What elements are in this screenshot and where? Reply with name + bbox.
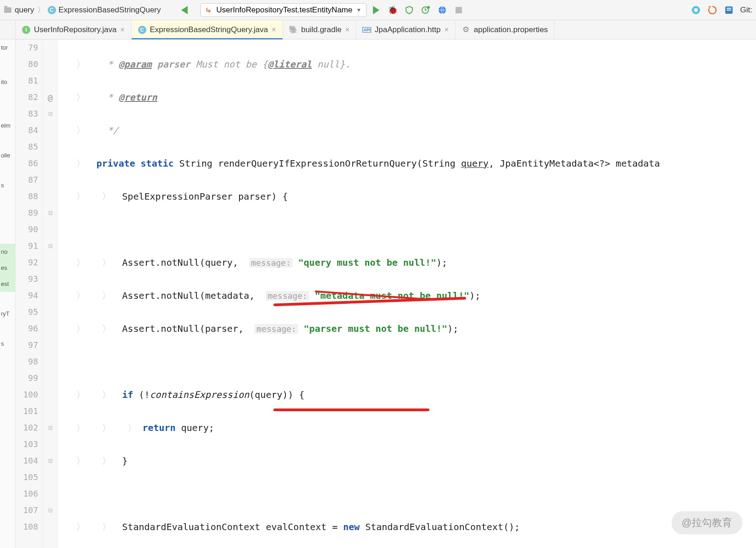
line-number[interactable]: 105 [16,469,38,486]
gutter-marker[interactable] [43,254,57,271]
line-number[interactable]: 98 [16,353,38,370]
line-number[interactable]: 91 [16,238,38,254]
gutter-marker[interactable] [43,39,57,56]
gutter-marker[interactable] [43,436,57,453]
strip-item[interactable]: ryT [0,306,15,322]
gutter-marker[interactable]: ⊟ [43,502,57,519]
tab-build-gradle[interactable]: 🐘 build.gradle × [283,20,356,39]
line-number[interactable]: 96 [16,320,38,337]
gutter-marker[interactable] [43,122,57,139]
line-number[interactable]: 89 [16,205,38,221]
line-number[interactable]: 103 [16,436,38,453]
line-number[interactable]: 81 [16,73,38,89]
gutter-marker[interactable]: @ [43,89,57,106]
strip-item[interactable]: est [0,276,15,292]
gutter-marker[interactable] [43,519,57,535]
gutter-marker[interactable]: ⊟ [43,238,57,254]
attach-button[interactable] [435,3,449,17]
gutter-marker[interactable] [43,221,57,238]
line-number[interactable]: 85 [16,139,38,155]
gutter-marker[interactable] [43,188,57,205]
gutter-marker[interactable] [43,56,57,73]
gutter-marker[interactable] [43,469,57,486]
tool-icon-1[interactable] [689,3,703,17]
profile-button[interactable] [419,3,433,17]
strip-item[interactable]: s [0,336,15,352]
gutter-marker[interactable] [43,155,57,172]
gutter-marker[interactable]: ⊟ [43,419,57,436]
strip-item[interactable]: elm [0,117,15,134]
tab-userinfo-repository[interactable]: I UserInfoRepository.java × [16,20,132,39]
line-number[interactable]: 99 [16,370,38,386]
gutter-marker[interactable]: ⊟ [43,106,57,122]
strip-item[interactable]: tor [0,39,15,56]
line-number[interactable]: 84 [16,122,38,139]
line-number[interactable]: 92 [16,254,38,271]
line-number[interactable]: 83 [16,106,38,122]
run-button[interactable] [369,3,383,17]
gutter-marker[interactable] [43,370,57,386]
gutter-marker[interactable] [43,337,57,353]
strip-item[interactable]: es [0,260,15,276]
gutter-marker[interactable] [43,353,57,370]
line-number[interactable]: 106 [16,486,38,502]
gutter-marker[interactable] [43,320,57,337]
gutter-marker[interactable] [43,386,57,403]
line-number[interactable]: 100 [16,386,38,403]
close-icon[interactable]: × [120,26,124,34]
line-number[interactable]: 97 [16,337,38,353]
tab-expression-based-string-query[interactable]: C ExpressionBasedStringQuery.java × [132,20,283,39]
line-number[interactable]: 88 [16,188,38,205]
line-number[interactable]: 102 [16,419,38,436]
breadcrumb-class[interactable]: ExpressionBasedStringQuery [59,6,161,15]
gutter-marker[interactable] [43,287,57,304]
strip-item[interactable]: ito [0,74,15,90]
gutter-marker[interactable] [43,139,57,155]
line-number[interactable]: 94 [16,287,38,304]
gutter-marker[interactable]: ⊟ [43,453,57,469]
stop-button[interactable] [452,3,466,17]
line-number[interactable]: 82 [16,89,38,106]
line-number[interactable]: 108 [16,519,38,535]
gutter-marker[interactable] [43,486,57,502]
gutter-marker[interactable] [43,403,57,419]
line-number[interactable]: 101 [16,403,38,419]
gutter-marker[interactable] [43,73,57,89]
tool-icon-3[interactable] [722,3,736,17]
line-number-gutter[interactable]: 7980818283848586878889909192939495969798… [16,39,43,548]
gutter-marker[interactable]: ⊟ [43,205,57,221]
debug-button[interactable]: 🐞 [386,3,400,17]
left-tool-strip[interactable]: tor ito elm olle s no es est ryT s [0,39,16,548]
close-icon[interactable]: × [345,26,349,34]
line-number[interactable]: 79 [16,39,38,56]
line-number[interactable]: 95 [16,304,38,320]
breadcrumb[interactable]: query 〉 C ExpressionBasedStringQuery [4,5,161,15]
code-editor[interactable]: 〉 * @param parser Must not be {@literal … [58,39,756,548]
breadcrumb-folder[interactable]: query [15,6,34,15]
gradle-icon: 🐘 [289,26,298,34]
line-number[interactable]: 86 [16,155,38,172]
gutter-marker[interactable] [43,271,57,287]
line-number[interactable]: 107 [16,502,38,519]
gutter-marker[interactable] [43,304,57,320]
line-number[interactable]: 80 [16,56,38,73]
tab-jpa-application-http[interactable]: API JpaApplication.http × [356,20,456,39]
git-label[interactable]: Git: [740,6,752,15]
circular-tool-icon [691,5,701,15]
tab-application-properties[interactable]: ⚙ application.properties [456,20,555,39]
strip-item[interactable]: olle [0,147,15,163]
coverage-button[interactable] [402,3,416,17]
back-run-icon[interactable] [178,3,191,17]
strip-item[interactable]: s [0,177,15,193]
run-config-selector[interactable]: UserInfoRepositoryTest.testEntityName ▼ [200,3,367,17]
gutter-marker[interactable] [43,172,57,188]
close-icon[interactable]: × [272,26,276,34]
line-number[interactable]: 93 [16,271,38,287]
strip-item[interactable]: no [0,244,15,260]
close-icon[interactable]: × [444,26,448,34]
line-number[interactable]: 104 [16,453,38,469]
line-number[interactable]: 90 [16,221,38,238]
line-number[interactable]: 87 [16,172,38,188]
marker-gutter[interactable]: @⊟⊟⊟⊟⊟⊟ [43,39,58,548]
tool-icon-2[interactable] [706,3,719,17]
